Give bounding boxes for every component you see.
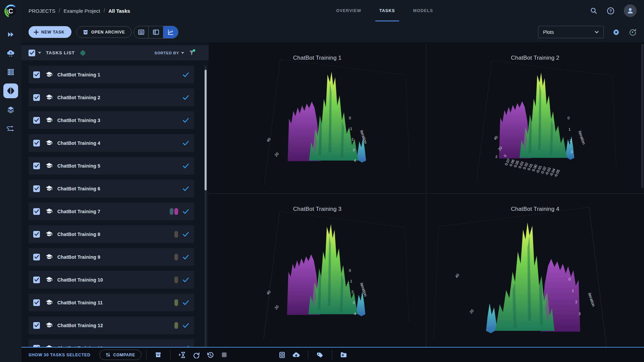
breadcrumb-projects[interactable]: PROJECTS [29, 8, 55, 14]
svg-text:20: 20 [469, 309, 474, 314]
split-view-button[interactable] [149, 26, 163, 38]
table-view-button[interactable] [134, 26, 149, 38]
breadcrumb-project[interactable]: Example Project [63, 8, 100, 14]
select-all-checkbox[interactable] [29, 50, 35, 56]
move-to-project-icon[interactable] [337, 352, 351, 358]
task-row[interactable]: ChatBot Training 10 [29, 271, 194, 289]
task-type-icon [46, 185, 53, 192]
task-row[interactable]: ChatBot Training 12 [29, 316, 194, 334]
svg-text:40: 40 [454, 273, 460, 279]
sidebar-item-datasets[interactable] [3, 102, 18, 117]
filter-icon[interactable] [189, 50, 195, 56]
settings-gear-icon[interactable] [612, 28, 620, 36]
task-row[interactable]: ChatBot Training 8 [29, 225, 194, 243]
surface-3d-plot: 0123iteration402000.070.060.050.030.020.… [426, 43, 644, 193]
publish-cloud-icon[interactable] [289, 352, 303, 358]
task-row[interactable]: ChatBot Training 3 [29, 111, 194, 129]
svg-text:20: 20 [274, 152, 279, 157]
tasks-scrollbar-thumb[interactable] [205, 70, 207, 190]
task-checkbox[interactable] [33, 277, 40, 283]
clearml-logo[interactable]: C [3, 3, 18, 18]
adjust-columns-icon[interactable] [80, 50, 86, 56]
compare-button[interactable]: COMPARE [99, 350, 142, 360]
task-name: ChatBot Training 7 [57, 209, 100, 214]
task-checkbox[interactable] [33, 299, 40, 306]
task-tags [174, 299, 178, 306]
sidebar: C [0, 0, 21, 362]
plot-cell[interactable]: 01234iteration40200100908070605040302 Ch… [209, 194, 426, 347]
open-archive-button[interactable]: OPEN ARCHIVE [76, 26, 131, 38]
tab-tasks[interactable]: TASKS [378, 0, 396, 21]
task-name: ChatBot Training 6 [57, 186, 100, 191]
surface-group [434, 207, 608, 347]
archive-icon[interactable] [151, 352, 165, 358]
task-checkbox[interactable] [33, 71, 40, 78]
task-checkbox[interactable] [33, 254, 40, 260]
metric-type-value: Plots [543, 29, 554, 35]
task-checkbox[interactable] [33, 322, 40, 329]
task-checkbox[interactable] [33, 231, 40, 238]
task-type-icon [46, 231, 53, 237]
task-row[interactable]: ChatBot Training 4 [29, 134, 194, 152]
task-row[interactable]: ChatBot Training 9 [29, 248, 194, 266]
reset-history-icon[interactable] [203, 352, 217, 358]
retry-icon[interactable] [189, 352, 203, 358]
sidebar-item-pipelines[interactable] [3, 121, 18, 136]
plot-cell[interactable]: 01234iteration402000.070.060.050.030.020… [209, 43, 426, 194]
metric-type-select[interactable]: Plots [538, 26, 604, 38]
task-row[interactable]: ChatBot Training 11 [29, 294, 194, 311]
tasks-scrollbar[interactable] [205, 66, 207, 347]
enqueue-hourglass-icon[interactable] [175, 352, 189, 358]
tab-models[interactable]: MODELS [412, 0, 434, 21]
help-icon[interactable]: ? [607, 7, 614, 15]
avatar[interactable] [624, 4, 637, 17]
svg-text:2: 2 [575, 300, 577, 304]
svg-text:4: 4 [354, 159, 356, 163]
task-checkbox[interactable] [33, 163, 40, 169]
abort-icon [217, 352, 231, 358]
plot-cell[interactable]: 0123iteration4020 ChatBot Training 4 [426, 194, 644, 347]
task-checkbox[interactable] [33, 208, 40, 215]
auto-refresh-icon[interactable] [629, 28, 637, 36]
sidebar-item-cloud[interactable] [3, 46, 18, 61]
svg-text:3: 3 [353, 301, 355, 305]
sidebar-item-experiments[interactable] [3, 83, 18, 98]
task-checkbox[interactable] [33, 185, 40, 192]
svg-text:1: 1 [569, 127, 571, 131]
task-checkbox[interactable] [33, 94, 40, 101]
task-row[interactable]: ChatBot Training 1 [29, 66, 194, 83]
plots-view-button[interactable] [163, 26, 178, 38]
task-name: ChatBot Training 5 [57, 163, 100, 169]
sidebar-item-getting-started[interactable] [3, 27, 18, 42]
sidebar-item-workers[interactable] [3, 65, 18, 79]
svg-text:40: 40 [266, 137, 271, 143]
surface-group [476, 60, 616, 182]
new-task-button[interactable]: NEW TASK [29, 26, 71, 38]
task-row[interactable]: ChatBot Training 6 [29, 180, 194, 197]
svg-text:0: 0 [349, 116, 351, 120]
task-row[interactable]: ChatBot Training 5 [29, 157, 194, 175]
task-name: ChatBot Training 2 [57, 95, 100, 100]
svg-text:0: 0 [568, 116, 570, 120]
selected-count-text[interactable]: SHOW 30 TASKS SELECTED [29, 353, 91, 357]
tasks-list-title: TASKS LIST [46, 50, 75, 55]
plots-scrollbar-thumb[interactable] [641, 44, 643, 188]
main-tabs: OVERVIEW TASKS MODELS [335, 0, 434, 21]
search-icon[interactable] [590, 7, 597, 14]
task-type-icon [46, 254, 53, 260]
task-row[interactable]: ChatBot Training 2 [29, 88, 194, 106]
header-icons: ? [590, 0, 637, 21]
view-worker-icon[interactable] [275, 352, 289, 358]
plot-cell[interactable]: 0123iteration402000.070.060.050.030.020.… [426, 43, 644, 194]
sorted-by-button[interactable]: SORTED BY [155, 51, 184, 55]
tab-overview[interactable]: OVERVIEW [335, 0, 363, 21]
status-completed-icon [183, 278, 189, 282]
task-checkbox[interactable] [33, 140, 40, 146]
task-row[interactable]: ChatBot Training 7 [29, 202, 194, 220]
select-mode-caret-icon[interactable] [38, 52, 41, 54]
task-type-icon [46, 299, 53, 306]
tags-icon[interactable] [313, 352, 327, 358]
task-row[interactable]: ChatBot Training 13 [29, 339, 194, 347]
task-rows: ChatBot Training 1 ChatBot Training 2 Ch… [29, 66, 194, 347]
task-checkbox[interactable] [33, 117, 40, 124]
